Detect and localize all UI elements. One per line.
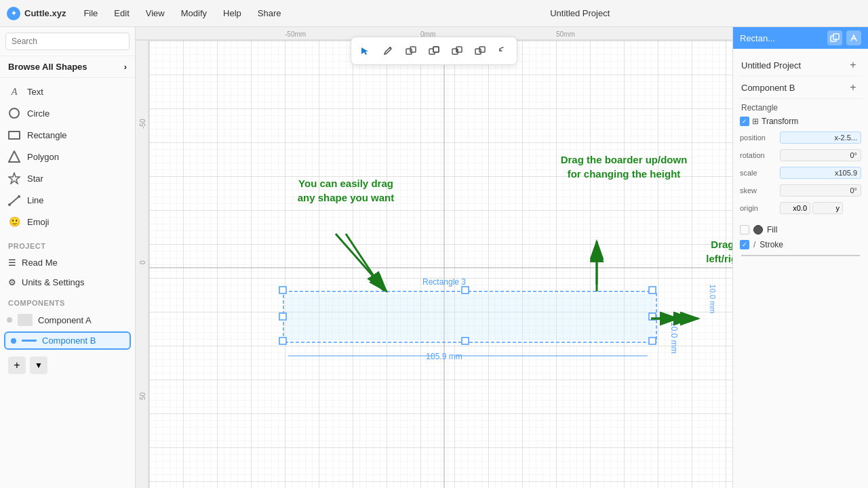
shape-label-rectangle: Rectangle xyxy=(27,130,67,140)
component-b-dot xyxy=(11,338,16,344)
skew-value[interactable]: 0° xyxy=(780,184,861,197)
text-icon: A xyxy=(8,85,20,98)
browse-all-shapes[interactable]: Browse All Shapes › xyxy=(0,56,135,78)
scale-value[interactable]: x105.9 xyxy=(780,167,861,179)
shape-item-star[interactable]: Star xyxy=(0,167,135,189)
project-name: Untitled Project xyxy=(741,60,801,70)
add-component-panel-button[interactable]: + xyxy=(846,81,860,94)
height-label: 10.0 mm xyxy=(709,285,717,314)
shape-item-rectangle[interactable]: Rectangle xyxy=(0,124,135,146)
transform-label: Transform xyxy=(762,117,798,126)
checkmark-icon: ✓ xyxy=(742,118,747,125)
spacer xyxy=(738,217,863,222)
component-dropdown-button[interactable]: ▼ xyxy=(30,357,47,374)
search-input[interactable] xyxy=(5,33,130,50)
component-item-b[interactable]: Component B xyxy=(4,331,131,350)
units-label: Units & Settings xyxy=(22,277,85,287)
logo-icon: ✦ xyxy=(7,7,20,20)
menu-bar: ✦ Cuttle.xyz File Edit View Modify Help … xyxy=(0,0,868,27)
menu-share[interactable]: Share xyxy=(251,5,288,21)
canvas-area[interactable]: -50mm 0mm 50mm -50 0 50 xyxy=(136,27,732,488)
menu-view[interactable]: View xyxy=(139,5,172,21)
fill-color-swatch[interactable] xyxy=(753,225,763,235)
shape-label-line: Line xyxy=(27,195,44,205)
panel-style-icon[interactable] xyxy=(846,30,861,45)
component-a-icon xyxy=(18,314,33,326)
position-row: position x-2.5... xyxy=(738,129,863,146)
svg-point-4 xyxy=(18,195,20,198)
boolean-subtract-button[interactable] xyxy=(423,40,445,62)
menu-edit[interactable]: Edit xyxy=(107,5,136,21)
svg-rect-9 xyxy=(433,47,439,52)
shape-item-circle[interactable]: Circle xyxy=(0,102,135,124)
svg-marker-1 xyxy=(9,173,20,184)
project-item-units[interactable]: ⚙ Units & Settings xyxy=(0,272,135,292)
position-label: position xyxy=(740,134,777,142)
bottom-divider xyxy=(741,255,860,256)
star-icon xyxy=(8,172,20,184)
svg-point-5 xyxy=(389,47,391,49)
position-x-value[interactable]: x-2.5... xyxy=(780,131,861,144)
shape-item-text[interactable]: A Text xyxy=(0,81,135,102)
svg-rect-35 xyxy=(279,338,286,344)
rotation-row: rotation 0° xyxy=(738,146,863,164)
rotation-value[interactable]: 0° xyxy=(780,149,861,161)
stroke-checkbox[interactable]: ✓ xyxy=(740,240,749,249)
component-item-a[interactable]: Component A xyxy=(0,310,135,330)
svg-rect-32 xyxy=(286,293,655,340)
sidebar-search-area xyxy=(0,27,135,56)
origin-y-value[interactable]: y xyxy=(812,202,843,214)
svg-point-3 xyxy=(8,203,11,206)
svg-text:50: 50 xyxy=(139,392,146,400)
menu-modify[interactable]: Modify xyxy=(174,5,214,21)
transform-checkbox[interactable]: ✓ xyxy=(740,117,749,126)
boolean-difference-button[interactable] xyxy=(469,40,491,62)
stroke-row: ✓ / Stroke xyxy=(738,237,863,252)
transform-header: ✓ ⊞ Transform xyxy=(738,114,863,129)
origin-values: x0.0 y xyxy=(780,202,843,214)
components-section-label: COMPONENTS xyxy=(0,292,135,310)
component-a-label: Component A xyxy=(38,315,92,325)
rotation-label: rotation xyxy=(740,151,777,159)
project-section-label: PROJECT xyxy=(0,235,135,253)
transform-tool-button[interactable] xyxy=(492,40,514,62)
svg-text:105.9 mm: 105.9 mm xyxy=(426,352,462,361)
svg-rect-7 xyxy=(410,47,416,52)
right-panel: Rectan... Untitled Project + Component B… xyxy=(732,27,868,488)
svg-rect-57 xyxy=(833,34,839,39)
svg-rect-34 xyxy=(649,287,656,293)
skew-label: skew xyxy=(740,186,777,195)
shape-item-line[interactable]: Line xyxy=(0,189,135,211)
panel-transform-icon[interactable] xyxy=(827,30,842,45)
svg-rect-36 xyxy=(649,338,656,344)
project-item-readme[interactable]: ☰ Read Me xyxy=(0,253,135,272)
stroke-label: Stroke xyxy=(760,240,783,249)
scale-row: scale x105.9 xyxy=(738,164,863,182)
pen-tool-button[interactable] xyxy=(377,40,399,62)
svg-rect-15 xyxy=(479,47,485,52)
svg-rect-39 xyxy=(279,313,286,320)
main-layout: Browse All Shapes › A Text Circle Rectan… xyxy=(0,27,868,488)
boolean-union-button[interactable] xyxy=(400,40,422,62)
menu-help[interactable]: Help xyxy=(216,5,248,21)
menu-file[interactable]: File xyxy=(77,5,104,21)
circle-icon xyxy=(8,107,20,119)
stroke-pen-icon: / xyxy=(753,240,755,249)
boolean-intersect-button[interactable] xyxy=(446,40,468,62)
origin-x-value[interactable]: x0.0 xyxy=(780,202,810,214)
svg-text:-50: -50 xyxy=(139,119,146,129)
origin-label: origin xyxy=(740,204,777,212)
fill-label: Fill xyxy=(767,225,777,235)
fill-row: Fill xyxy=(738,222,863,237)
add-project-button[interactable]: + xyxy=(846,58,860,72)
svg-text:50mm: 50mm xyxy=(556,30,575,38)
add-component-button[interactable]: + xyxy=(8,357,26,374)
readme-label: Read Me xyxy=(22,258,58,268)
shape-item-polygon[interactable]: Polygon xyxy=(0,146,135,167)
component-b-label: Component B xyxy=(42,336,96,346)
select-tool-button[interactable] xyxy=(354,40,376,62)
component-actions: + ▼ xyxy=(0,351,135,380)
shape-type-label: Rectangle xyxy=(738,99,863,114)
shape-item-emoji[interactable]: 🙂 Emoji xyxy=(0,211,135,232)
fill-checkbox[interactable] xyxy=(740,225,749,235)
